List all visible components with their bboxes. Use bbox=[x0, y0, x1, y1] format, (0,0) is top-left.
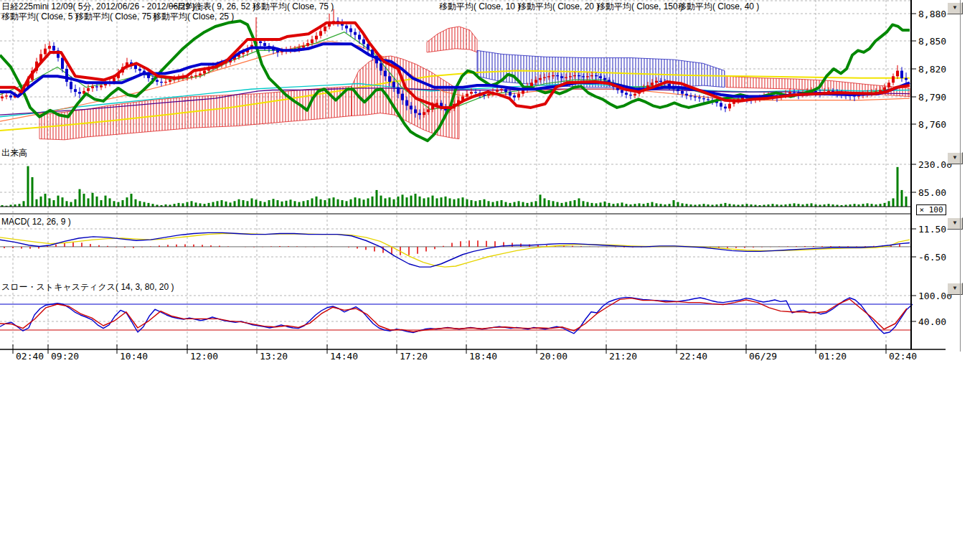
candle-body bbox=[164, 82, 167, 83]
volume-bar bbox=[380, 196, 382, 207]
volume-bar bbox=[862, 204, 864, 207]
volume-bar bbox=[587, 202, 589, 207]
volume-bar bbox=[888, 201, 890, 207]
candle-body bbox=[113, 78, 116, 82]
volume-bar bbox=[488, 201, 490, 207]
volume-bar bbox=[880, 204, 882, 207]
candle-body bbox=[358, 35, 361, 39]
volume-bar bbox=[316, 197, 318, 207]
volume-bar bbox=[501, 200, 503, 207]
volume-bar bbox=[359, 198, 361, 207]
volume-bar bbox=[720, 204, 722, 207]
volume-multiplier-badge: × 100 bbox=[916, 204, 946, 215]
axis-value-label: 11.50 bbox=[918, 224, 946, 235]
volume-bar bbox=[100, 200, 103, 207]
time-label: 09:20 bbox=[51, 351, 79, 362]
volume-bar bbox=[410, 196, 413, 207]
volume-bar bbox=[591, 203, 593, 207]
candle-body bbox=[354, 32, 357, 35]
candle-body bbox=[595, 75, 598, 76]
candle-body bbox=[629, 95, 632, 95]
candle-body bbox=[530, 83, 533, 86]
candle-body bbox=[685, 94, 688, 96]
axis-value-label: -6.50 bbox=[918, 252, 946, 263]
volume-bar bbox=[182, 203, 184, 207]
volume-bar bbox=[682, 203, 684, 207]
candle-body bbox=[534, 80, 537, 83]
candle-body bbox=[655, 81, 658, 83]
candle-body bbox=[263, 43, 266, 46]
candle-body bbox=[698, 98, 701, 98]
candle-body bbox=[470, 92, 473, 94]
volume-bar bbox=[531, 202, 533, 207]
candle-body bbox=[728, 104, 731, 108]
volume-bar bbox=[449, 198, 451, 207]
volume-bar bbox=[131, 194, 133, 207]
volume-bar bbox=[44, 194, 47, 207]
volume-bar bbox=[440, 197, 443, 207]
chart-window: 8,8808,8508,8208,7908,760230.0085.0011.5… bbox=[0, 0, 980, 551]
volume-bar bbox=[126, 197, 128, 207]
legend-item: 移動平均( Close, 5 ) bbox=[1, 11, 78, 23]
volume-bar bbox=[677, 202, 679, 207]
time-label: 02:40 bbox=[16, 351, 44, 362]
volume-bar bbox=[557, 202, 559, 207]
candle-body bbox=[883, 88, 886, 90]
volume-bar bbox=[574, 200, 576, 207]
volume-bar bbox=[53, 200, 55, 207]
volume-bar bbox=[307, 200, 309, 207]
volume-bar bbox=[552, 201, 555, 207]
candle-body bbox=[302, 46, 305, 48]
volume-bar bbox=[88, 198, 90, 207]
volume-bar bbox=[204, 204, 206, 207]
candle-body bbox=[306, 43, 309, 46]
volume-bar bbox=[303, 201, 305, 207]
volume-bar bbox=[428, 197, 430, 207]
candle-body bbox=[578, 75, 580, 76]
volume-bar bbox=[544, 198, 546, 207]
volume-bar bbox=[212, 202, 215, 207]
time-label: 06/29 bbox=[749, 351, 777, 362]
candle-body bbox=[513, 95, 516, 98]
candle-body bbox=[362, 39, 365, 44]
volume-bar bbox=[811, 203, 813, 207]
volume-bar bbox=[247, 201, 249, 207]
candle-body bbox=[345, 26, 348, 29]
volume-bar bbox=[174, 204, 176, 207]
volume-bar bbox=[385, 198, 387, 207]
volume-pane-label: 出来高 bbox=[1, 147, 27, 159]
volume-bar bbox=[311, 198, 314, 207]
cloud-c-high bbox=[427, 27, 477, 52]
volume-bar bbox=[251, 198, 253, 207]
time-label: 14:40 bbox=[330, 351, 358, 362]
legend-item: 移動平均( Close, 75 ) bbox=[253, 1, 334, 13]
volume-bar bbox=[113, 201, 116, 207]
volume-bar bbox=[617, 203, 619, 207]
volume-bar bbox=[660, 204, 662, 207]
time-label: 13:20 bbox=[260, 351, 288, 362]
volume-bar bbox=[595, 203, 598, 207]
candle-body bbox=[625, 93, 628, 95]
candle-body bbox=[418, 113, 421, 116]
candle-body bbox=[199, 73, 202, 75]
candle-body bbox=[599, 76, 602, 78]
stoch-pane-label: スロー・ストキャスティクス( 14, 3, 80, 20 ) bbox=[1, 281, 174, 293]
volume-bar bbox=[600, 202, 602, 207]
volume-bar bbox=[432, 196, 434, 207]
volume-bar bbox=[152, 204, 154, 207]
volume-bar bbox=[651, 202, 654, 207]
macd-pane-label: MACD( 12, 26, 9 ) bbox=[1, 217, 71, 227]
volume-bar bbox=[178, 203, 180, 207]
volume-bar bbox=[277, 200, 279, 207]
candle-body bbox=[319, 31, 322, 35]
candle-body bbox=[203, 71, 206, 74]
candle-body bbox=[500, 89, 503, 90]
volume-bar bbox=[673, 200, 675, 207]
candle-body bbox=[5, 95, 8, 96]
volume-bar bbox=[613, 204, 615, 207]
volume-bar bbox=[320, 199, 322, 207]
axis-value-label: 85.00 bbox=[918, 187, 946, 198]
candle-body bbox=[349, 29, 352, 32]
volume-bar bbox=[286, 201, 288, 207]
volume-bar bbox=[570, 201, 572, 207]
